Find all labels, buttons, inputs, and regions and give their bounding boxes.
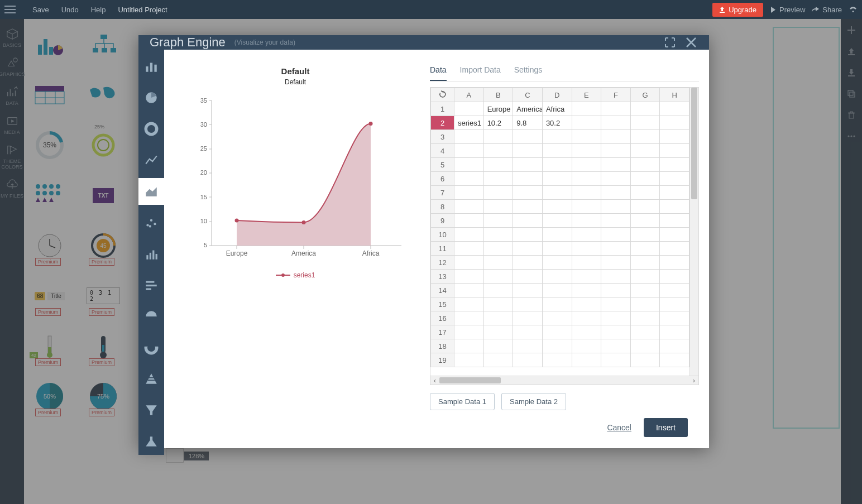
scroll-left-arrow[interactable]: ‹ <box>430 376 439 385</box>
cell-C2[interactable]: 9.8 <box>513 116 543 130</box>
cell-E6[interactable] <box>572 172 601 186</box>
colhdr-G[interactable]: G <box>630 88 660 102</box>
rowhdr-2[interactable]: 2 <box>431 116 454 130</box>
cell-H14[interactable] <box>660 284 689 297</box>
cell-F16[interactable] <box>601 311 631 325</box>
cell-H12[interactable] <box>660 256 689 270</box>
chart-type-donut[interactable] <box>138 116 164 142</box>
cell-H2[interactable] <box>660 116 689 130</box>
cell-D12[interactable] <box>542 256 572 270</box>
cell-H6[interactable] <box>660 172 689 186</box>
cell-H16[interactable] <box>660 311 689 325</box>
cell-E13[interactable] <box>572 270 601 284</box>
cell-E9[interactable] <box>572 214 601 228</box>
cell-F12[interactable] <box>601 256 631 270</box>
cell-B5[interactable] <box>483 158 513 172</box>
cell-D13[interactable] <box>542 270 572 284</box>
cell-E10[interactable] <box>572 228 601 242</box>
cell-F5[interactable] <box>601 158 631 172</box>
cell-F14[interactable] <box>601 284 631 297</box>
sheet-scrollbar-horizontal[interactable]: ‹ › <box>430 376 698 385</box>
cancel-button[interactable]: Cancel <box>607 423 631 432</box>
menu-undo[interactable]: Undo <box>61 6 79 14</box>
cell-D11[interactable] <box>542 242 572 256</box>
cell-G15[interactable] <box>630 297 660 311</box>
close-icon[interactable] <box>684 36 698 49</box>
cell-A9[interactable] <box>454 214 484 228</box>
chart-type-scatter[interactable] <box>138 209 164 236</box>
cell-C9[interactable] <box>513 214 543 228</box>
cell-F11[interactable] <box>601 242 631 256</box>
cell-C5[interactable] <box>513 158 543 172</box>
cell-G10[interactable] <box>630 228 660 242</box>
cell-F15[interactable] <box>601 297 631 311</box>
share-button[interactable]: Share <box>812 6 842 14</box>
rowhdr-6[interactable]: 6 <box>431 172 454 186</box>
rowhdr-7[interactable]: 7 <box>431 186 454 200</box>
cell-H3[interactable] <box>660 130 689 144</box>
sheet-corner[interactable] <box>431 88 454 102</box>
cell-G14[interactable] <box>630 284 660 297</box>
cell-G17[interactable] <box>630 325 660 339</box>
rowhdr-17[interactable]: 17 <box>431 325 454 339</box>
cell-B19[interactable] <box>483 353 513 367</box>
rowhdr-18[interactable]: 18 <box>431 339 454 353</box>
cell-G16[interactable] <box>630 311 660 325</box>
cell-D19[interactable] <box>542 353 572 367</box>
cell-F2[interactable] <box>601 116 631 130</box>
cell-H4[interactable] <box>660 144 689 158</box>
rowhdr-19[interactable]: 19 <box>431 353 454 367</box>
cell-E18[interactable] <box>572 339 601 353</box>
cell-C7[interactable] <box>513 186 543 200</box>
cell-C16[interactable] <box>513 311 543 325</box>
cell-E16[interactable] <box>572 311 601 325</box>
cell-B1[interactable]: Europe <box>483 102 513 116</box>
cell-H15[interactable] <box>660 297 689 311</box>
cell-A7[interactable] <box>454 186 484 200</box>
cell-B17[interactable] <box>483 325 513 339</box>
cell-G7[interactable] <box>630 186 660 200</box>
chart-type-hbar[interactable] <box>138 272 164 299</box>
cell-D5[interactable] <box>542 158 572 172</box>
cell-D7[interactable] <box>542 186 572 200</box>
spreadsheet[interactable]: A B C D E F G H 1EuropeAmericaAfrica2ser… <box>430 87 699 385</box>
preview-button[interactable]: Preview <box>770 6 805 14</box>
chart-type-bar[interactable] <box>138 53 164 80</box>
colhdr-B[interactable]: B <box>483 88 513 102</box>
project-title[interactable]: Untitled Project <box>118 6 167 14</box>
colhdr-C[interactable]: C <box>513 88 543 102</box>
cell-F4[interactable] <box>601 144 631 158</box>
cell-B11[interactable] <box>483 242 513 256</box>
cell-C12[interactable] <box>513 256 543 270</box>
cell-D14[interactable] <box>542 284 572 297</box>
cell-F18[interactable] <box>601 339 631 353</box>
cell-A15[interactable] <box>454 297 484 311</box>
cell-C3[interactable] <box>513 130 543 144</box>
cell-B10[interactable] <box>483 228 513 242</box>
cell-G13[interactable] <box>630 270 660 284</box>
cell-E19[interactable] <box>572 353 601 367</box>
cell-E4[interactable] <box>572 144 601 158</box>
cell-E3[interactable] <box>572 130 601 144</box>
sample-data-2-button[interactable]: Sample Data 2 <box>501 393 566 410</box>
cell-G19[interactable] <box>630 353 660 367</box>
cell-A18[interactable] <box>454 339 484 353</box>
cell-F7[interactable] <box>601 186 631 200</box>
cell-G18[interactable] <box>630 339 660 353</box>
rowhdr-14[interactable]: 14 <box>431 284 454 297</box>
cell-F10[interactable] <box>601 228 631 242</box>
cell-F8[interactable] <box>601 200 631 214</box>
hamburger-menu[interactable] <box>4 6 16 13</box>
cell-A3[interactable] <box>454 130 484 144</box>
chart-type-pyramid[interactable] <box>138 366 164 392</box>
cell-G1[interactable] <box>630 102 660 116</box>
cell-A1[interactable] <box>454 102 484 116</box>
cell-A11[interactable] <box>454 242 484 256</box>
cell-D9[interactable] <box>542 214 572 228</box>
cell-D1[interactable]: Africa <box>542 102 572 116</box>
cell-A12[interactable] <box>454 256 484 270</box>
cell-E1[interactable] <box>572 102 601 116</box>
rowhdr-5[interactable]: 5 <box>431 158 454 172</box>
cell-H1[interactable] <box>660 102 689 116</box>
cell-F3[interactable] <box>601 130 631 144</box>
